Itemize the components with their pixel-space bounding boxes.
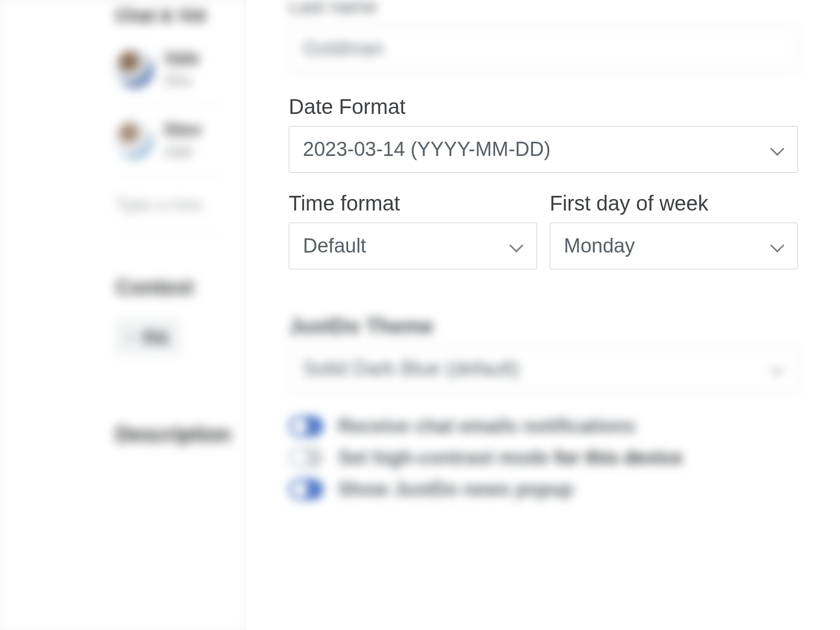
description-heading: Description xyxy=(116,423,225,446)
first-day-label: First day of week xyxy=(550,192,798,215)
toggle-news-popup[interactable]: Show JustDo news popup xyxy=(289,478,798,500)
theme-label: JustDo Theme xyxy=(289,314,798,338)
avatar xyxy=(116,50,153,88)
chevron-down-icon xyxy=(770,143,784,156)
contact-sub: Add xyxy=(164,143,202,161)
time-format-label: Time format xyxy=(289,192,537,215)
contact-row: Vale Sho xyxy=(116,33,225,104)
chat-header: Chat & Vid xyxy=(116,5,225,26)
toggle-switch-icon xyxy=(289,447,323,468)
contact-name: Vale xyxy=(164,48,200,68)
last-name-label: Last name xyxy=(289,0,798,18)
message-input-placeholder: Type a mes xyxy=(116,176,225,234)
toggle-switch-icon xyxy=(289,479,323,500)
chevron-down-icon xyxy=(770,239,784,253)
context-tag: + R& xyxy=(116,320,180,354)
toggle-high-contrast[interactable]: Set high-contrast mode for this device xyxy=(289,447,798,469)
chevron-down-icon xyxy=(770,362,784,376)
date-format-value: 2023-03-14 (YYYY-MM-DD) xyxy=(303,138,551,161)
plus-icon: + xyxy=(127,327,137,348)
theme-value: Solid Dark Blue (default) xyxy=(303,358,519,380)
first-day-value: Monday xyxy=(564,235,635,257)
toggle-chat-emails[interactable]: Receive chat emails notifications xyxy=(289,415,798,437)
avatar xyxy=(116,121,153,159)
toggle-label: Set high-contrast mode for this device xyxy=(338,447,682,469)
last-name-input[interactable]: Goldman xyxy=(289,25,798,72)
context-heading: Context xyxy=(116,276,225,299)
toggle-label: Show JustDo news popup xyxy=(338,478,573,500)
theme-and-toggles-blurred: JustDo Theme Solid Dark Blue (default) R… xyxy=(289,314,798,500)
theme-select[interactable]: Solid Dark Blue (default) xyxy=(289,345,798,392)
chevron-down-icon xyxy=(509,239,523,253)
time-format-value: Default xyxy=(303,235,366,257)
date-format-label: Date Format xyxy=(289,95,798,119)
focus-section: Date Format 2023-03-14 (YYYY-MM-DD) Time… xyxy=(289,95,798,269)
toggle-switch-icon xyxy=(289,416,323,437)
settings-panel: Last name Goldman Date Format 2023-03-14… xyxy=(247,0,840,630)
date-format-select[interactable]: 2023-03-14 (YYYY-MM-DD) xyxy=(289,126,798,173)
last-name-group-blurred: Last name Goldman xyxy=(289,0,798,72)
contact-sub: Sho xyxy=(164,71,200,89)
last-name-value: Goldman xyxy=(303,37,384,60)
tag-label: R& xyxy=(143,327,169,348)
first-day-select[interactable]: Monday xyxy=(550,223,798,269)
contact-name: Stev xyxy=(164,119,202,140)
time-format-select[interactable]: Default xyxy=(289,223,537,269)
contact-row: Stev Add xyxy=(116,104,225,176)
toggle-label: Receive chat emails notifications xyxy=(338,415,635,437)
